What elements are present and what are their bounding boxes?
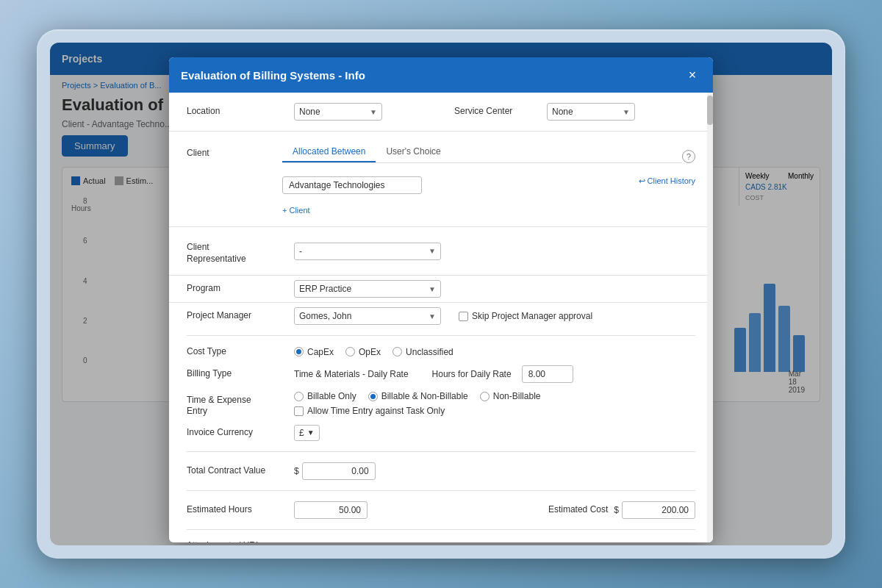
- service-center-control: None ▼: [547, 103, 695, 121]
- location-service-row: Location None ▼ Service Center: [187, 103, 695, 121]
- client-content: Allocated Between User's Choice ? Advant…: [282, 142, 695, 216]
- tab-users-choice[interactable]: User's Choice: [376, 142, 451, 162]
- tablet-frame: Projects Projects > Evaluation of B... E…: [37, 29, 845, 559]
- project-add-file-link[interactable]: + File: [673, 541, 695, 542]
- estimated-cost-label: Estimated Cost: [548, 504, 608, 516]
- attachments-label: Attachments / URL: [187, 540, 282, 542]
- cost-type-unclassified-radio[interactable]: [392, 347, 402, 356]
- time-expense-label: Time & ExpenseEntry: [187, 390, 282, 417]
- estimated-hours-input[interactable]: [294, 501, 368, 519]
- program-arrow-icon: ▼: [429, 285, 436, 293]
- cost-type-unclassified[interactable]: Unclassified: [392, 347, 453, 357]
- time-expense-control: Billable Only Billable & Non-Billable No…: [294, 391, 540, 416]
- billable-non-billable-option[interactable]: Billable & Non-Billable: [368, 391, 468, 401]
- skip-approval-checkbox[interactable]: [459, 312, 468, 321]
- project-attachments-group: Project Attachments + File: [589, 541, 695, 542]
- billing-type-value: Time & Materials - Daily Rate: [294, 369, 409, 379]
- client-rep-arrow-icon: ▼: [429, 247, 436, 255]
- estimated-cost-input[interactable]: [622, 501, 695, 519]
- client-rep-label: ClientRepresentative: [187, 237, 282, 265]
- non-billable-radio[interactable]: [480, 392, 490, 401]
- estimated-section: Estimated Hours Estimated Cost $: [169, 491, 713, 529]
- project-manager-control: Gomes, John ▼ Skip Project Manager appro…: [294, 307, 695, 325]
- billable-only-label: Billable Only: [307, 391, 356, 401]
- location-label: Location: [187, 106, 282, 118]
- total-contract-currency-symbol: $: [294, 466, 299, 476]
- scrollbar-thumb[interactable]: [707, 96, 713, 125]
- location-control: None ▼: [294, 103, 442, 121]
- service-center-label: Service Center: [454, 106, 535, 118]
- help-icon[interactable]: ?: [682, 150, 695, 163]
- billable-non-billable-label: Billable & Non-Billable: [381, 391, 468, 401]
- attachments-section: Attachments / URL + File Project Attachm…: [169, 530, 713, 542]
- program-label: Program: [187, 283, 282, 295]
- project-manager-select[interactable]: Gomes, John ▼: [294, 307, 441, 325]
- invoice-currency-select[interactable]: £ ▼: [294, 425, 320, 441]
- client-rep-value: -: [299, 246, 423, 257]
- modal-body[interactable]: Location None ▼ Service Center: [169, 93, 713, 542]
- location-select[interactable]: None ▼: [294, 103, 382, 121]
- project-manager-arrow-icon: ▼: [429, 312, 436, 320]
- non-billable-label: Non-Billable: [493, 391, 541, 401]
- attachments-row: Attachments / URL + File Project Attachm…: [187, 540, 695, 542]
- total-contract-row: Total Contract Value $: [187, 462, 695, 480]
- project-manager-label: Project Manager: [187, 310, 282, 322]
- client-tabs-row: Allocated Between User's Choice ?: [282, 142, 695, 171]
- billing-type-row: Billing Type Time & Materials - Daily Ra…: [187, 365, 695, 383]
- client-rep-control: - ▼: [294, 243, 695, 260]
- total-contract-input[interactable]: [302, 462, 376, 480]
- cost-type-capex[interactable]: CapEx: [294, 347, 334, 357]
- non-billable-option[interactable]: Non-Billable: [480, 391, 541, 401]
- scrollbar-track[interactable]: [707, 93, 713, 542]
- program-section: Program ERP Practice ▼: [169, 275, 713, 302]
- estimated-hours-control: [294, 501, 519, 519]
- cost-type-label: Cost Type: [187, 346, 282, 358]
- invoice-currency-control: £ ▼: [294, 425, 695, 441]
- cost-type-opex[interactable]: OpEx: [345, 347, 381, 357]
- allow-task-checkbox[interactable]: [294, 406, 304, 416]
- invoice-currency-label: Invoice Currency: [187, 427, 282, 439]
- time-expense-radio-group: Billable Only Billable & Non-Billable No…: [294, 391, 540, 401]
- modal-overlay: Evaluation of Billing Systems - Info × L…: [50, 43, 832, 545]
- project-manager-value: Gomes, John: [299, 311, 423, 321]
- billable-only-option[interactable]: Billable Only: [294, 391, 356, 401]
- estimated-hours-label: Estimated Hours: [187, 504, 282, 516]
- cost-type-capex-radio[interactable]: [294, 347, 304, 356]
- add-client-link[interactable]: + Client: [282, 206, 310, 215]
- total-contract-section: Total Contract Value $: [169, 452, 713, 490]
- client-name-row: Advantage Technologies ↩ Client History: [282, 176, 695, 198]
- billable-only-radio[interactable]: [294, 392, 304, 401]
- estimated-row: Estimated Hours Estimated Cost $: [187, 501, 695, 519]
- billable-non-billable-radio[interactable]: [368, 392, 378, 401]
- tab-allocated-between[interactable]: Allocated Between: [282, 142, 376, 162]
- modal-dialog: Evaluation of Billing Systems - Info × L…: [169, 57, 713, 542]
- client-history-link[interactable]: ↩ Client History: [639, 176, 695, 186]
- location-value: None: [299, 107, 364, 117]
- estimated-cost-control: $: [614, 501, 695, 519]
- hours-daily-rate-input[interactable]: [522, 365, 573, 383]
- tablet-screen: Projects Projects > Evaluation of B... E…: [50, 43, 832, 545]
- modal-close-button[interactable]: ×: [684, 66, 701, 84]
- allow-task-label: Allow Time Entry against Task Only: [307, 406, 445, 416]
- total-contract-control: $: [294, 462, 376, 480]
- client-rep-select[interactable]: - ▼: [294, 243, 441, 260]
- allow-task-checkbox-item[interactable]: Allow Time Entry against Task Only: [294, 406, 540, 416]
- location-arrow-icon: ▼: [370, 108, 377, 116]
- cost-type-opex-radio[interactable]: [345, 347, 355, 356]
- client-name-field[interactable]: Advantage Technologies: [282, 176, 422, 194]
- client-section: Client Allocated Between User's Choice ?: [169, 131, 713, 226]
- service-center-select[interactable]: None ▼: [547, 103, 635, 121]
- estimated-cost-currency-symbol: $: [614, 505, 619, 515]
- attachments-control: + File: [294, 541, 534, 542]
- project-manager-row: Project Manager Gomes, John ▼ Skip Proje…: [187, 307, 695, 325]
- add-client-row: + Client: [282, 203, 695, 216]
- add-file-link[interactable]: + File: [294, 541, 316, 542]
- billing-type-control: Time & Materials - Daily Rate Hours for …: [294, 365, 695, 383]
- program-select[interactable]: ERP Practice ▼: [294, 280, 441, 298]
- cost-type-section: Cost Type CapEx OpEx: [169, 336, 713, 451]
- program-control: ERP Practice ▼: [294, 280, 695, 298]
- invoice-currency-arrow-icon: ▼: [307, 429, 315, 437]
- cost-type-row: Cost Type CapEx OpEx: [187, 346, 695, 358]
- skip-approval-checkbox-item[interactable]: Skip Project Manager approval: [459, 311, 592, 321]
- billing-type-label: Billing Type: [187, 368, 282, 380]
